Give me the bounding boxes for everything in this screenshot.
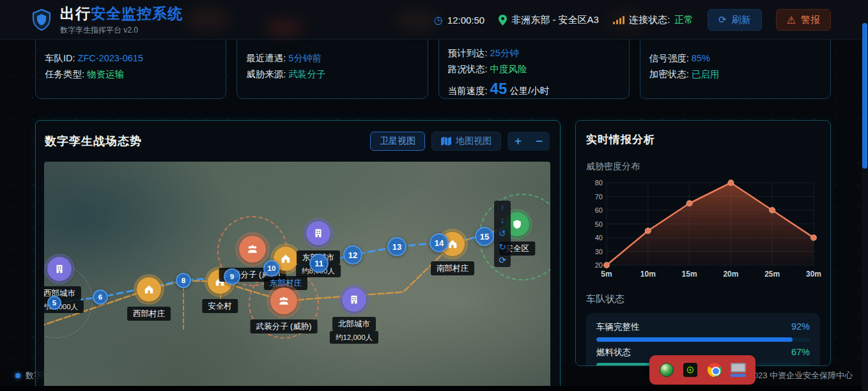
speed-label: 当前速度: bbox=[448, 86, 488, 96]
location-pin-icon bbox=[499, 15, 507, 26]
encryption-value: 已启用 bbox=[692, 69, 720, 79]
fleet-bar-value: 92% bbox=[791, 321, 810, 333]
down-icon[interactable]: ↓ bbox=[500, 216, 505, 224]
map-marker-population: 约12,000人 bbox=[330, 331, 378, 344]
zoom-out-button[interactable]: − bbox=[529, 132, 550, 151]
zoom-controls: + − bbox=[508, 132, 550, 151]
fleet-bar-label: 车辆完整性 bbox=[596, 321, 640, 333]
threat-source-value: 武装分子 bbox=[288, 69, 325, 79]
waypoint-15[interactable]: 15 bbox=[475, 227, 494, 246]
signal-strength-label: 信号强度: bbox=[649, 53, 689, 63]
up-icon[interactable]: ↑ bbox=[500, 203, 505, 211]
svg-text:15m: 15m bbox=[682, 270, 697, 279]
people-icon bbox=[278, 295, 290, 307]
satellite-view-button[interactable]: 卫星视图 bbox=[370, 132, 425, 151]
header-glow-blob bbox=[396, 10, 438, 31]
fleet-status-title: 车队状态 bbox=[586, 293, 820, 305]
redo-icon[interactable]: ↻ bbox=[499, 243, 506, 251]
taskbar-strip bbox=[0, 386, 868, 391]
building-icon bbox=[54, 263, 65, 275]
road-status-label: 路况状态: bbox=[448, 64, 488, 74]
page-subtitle: 数字孪生指挥平台 v2.0 bbox=[60, 25, 183, 36]
map-marker-label: 北部城市 bbox=[332, 317, 376, 331]
app-header: 出行安全监控系统 数字孪生指挥平台 v2.0 ◷ 12:00:50 非洲东部 -… bbox=[0, 0, 868, 40]
nvidia-icon[interactable] bbox=[683, 362, 698, 378]
map-panel-title: 数字孪生战场态势 bbox=[45, 134, 142, 149]
waypoint-11[interactable]: 11 bbox=[309, 254, 329, 273]
svg-text:60: 60 bbox=[595, 206, 603, 214]
city-marker[interactable] bbox=[306, 221, 330, 245]
waypoint-12[interactable]: 12 bbox=[343, 245, 362, 264]
waypoint-9[interactable]: 9 bbox=[224, 268, 240, 285]
refresh-button[interactable]: ⟳ 刷新 bbox=[708, 9, 762, 31]
mission-type-label: 任务类型: bbox=[45, 69, 84, 79]
building-icon bbox=[348, 294, 360, 305]
app-screen: 数字孪生 © 2023 中资企业安全保障中心 出行安全监控系统 数字孪生指挥平台… bbox=[0, 0, 868, 391]
shield-icon bbox=[511, 218, 523, 230]
house-icon bbox=[143, 284, 155, 295]
svg-text:40: 40 bbox=[595, 234, 603, 241]
city-marker[interactable] bbox=[47, 257, 72, 281]
svg-text:5m: 5m bbox=[601, 270, 612, 279]
waypoint-8[interactable]: 8 bbox=[176, 273, 191, 288]
intel-panel: 实时情报分析 威胁密度分布 203040506070805m10m15m20m2… bbox=[575, 120, 831, 366]
svg-text:70: 70 bbox=[595, 193, 603, 201]
eta-value: 25分钟 bbox=[490, 48, 519, 58]
download-manager-icon[interactable] bbox=[659, 362, 674, 378]
convoy-id-value: ZFC-2023-0615 bbox=[78, 53, 143, 63]
threat-density-chart: 203040506070805m10m15m20m25m30m bbox=[586, 176, 820, 284]
undo-icon[interactable]: ↺ bbox=[499, 229, 506, 238]
battlefield-map-panel: 数字孪生战场态势 卫星视图 地图视图 + − 西部城市约10,000人西部村庄安… bbox=[35, 120, 561, 391]
refresh-icon[interactable]: ⟳ bbox=[499, 256, 506, 264]
map-view-button[interactable]: 地图视图 bbox=[431, 132, 501, 151]
chrome-icon[interactable] bbox=[707, 362, 722, 378]
online-status-dot bbox=[15, 373, 20, 378]
road-status-value: 中度风险 bbox=[490, 64, 527, 74]
city-marker[interactable] bbox=[342, 288, 366, 312]
last-encounter-value: 5分钟前 bbox=[288, 53, 322, 63]
speed-unit: 公里/小时 bbox=[509, 86, 549, 96]
house-icon bbox=[280, 253, 291, 264]
fleet-progress-track bbox=[596, 337, 810, 342]
waypoint-5[interactable]: 5 bbox=[47, 296, 61, 310]
satellite-map[interactable]: 西部城市约10,000人西部村庄安全村武装分子 (威胁)东部村庄东部城市约8,0… bbox=[44, 162, 550, 391]
threat-density-chart-title: 威胁密度分布 bbox=[586, 161, 820, 172]
scrollbar-thumb[interactable] bbox=[862, 23, 867, 169]
eta-label: 预计到达: bbox=[448, 48, 488, 58]
clock: ◷ 12:00:50 bbox=[434, 14, 484, 26]
refresh-icon: ⟳ bbox=[718, 14, 727, 26]
fleet-progress-fill bbox=[596, 337, 793, 342]
zoom-in-button[interactable]: + bbox=[508, 132, 529, 151]
mission-type-value: 物资运输 bbox=[87, 69, 124, 79]
alert-button[interactable]: ⚠ 警报 bbox=[776, 9, 831, 31]
page-scrollbar[interactable] bbox=[862, 0, 868, 391]
waypoint-13[interactable]: 13 bbox=[387, 237, 407, 256]
building-icon bbox=[313, 227, 324, 239]
svg-text:25m: 25m bbox=[764, 270, 780, 279]
svg-text:50: 50 bbox=[595, 220, 603, 228]
header-glow-blob bbox=[265, 18, 304, 37]
waypoint-14[interactable]: 14 bbox=[430, 233, 449, 252]
threat-marker[interactable] bbox=[239, 236, 266, 263]
brand: 出行安全监控系统 数字孪生指挥平台 v2.0 bbox=[32, 4, 183, 36]
page-title: 出行安全监控系统 bbox=[60, 4, 183, 24]
convoy-id-label: 车队ID: bbox=[45, 53, 75, 63]
map-icon bbox=[441, 137, 451, 146]
svg-text:10m: 10m bbox=[640, 270, 656, 279]
threat-marker[interactable] bbox=[270, 288, 297, 314]
map-nav-controls: ↑↓↺↻⟳ bbox=[494, 201, 511, 267]
waypoint-6[interactable]: 6 bbox=[93, 289, 108, 305]
connection-status: 连接状态: 正常 bbox=[613, 14, 694, 26]
waypoint-10[interactable]: 10 bbox=[263, 260, 280, 277]
location: 非洲东部 - 安全区A3 bbox=[499, 14, 599, 26]
display-icon[interactable] bbox=[731, 362, 746, 378]
warning-icon: ⚠ bbox=[787, 14, 796, 26]
map-marker-label: 西部村庄 bbox=[127, 307, 171, 321]
taskbar-popup bbox=[649, 355, 756, 385]
fleet-bar-label: 燃料状态 bbox=[596, 347, 631, 358]
encryption-label: 加密状态: bbox=[649, 69, 689, 79]
map-marker-label: 南部村庄 bbox=[431, 261, 474, 275]
village-marker[interactable] bbox=[137, 277, 161, 302]
last-encounter-label: 最近遭遇: bbox=[246, 53, 286, 63]
shield-logo-icon bbox=[32, 9, 51, 31]
